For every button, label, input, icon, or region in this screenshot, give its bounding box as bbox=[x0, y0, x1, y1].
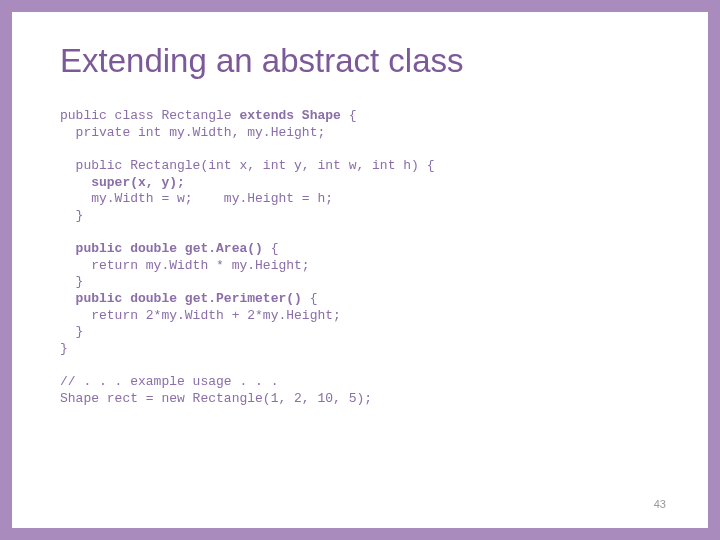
code-line: public class Rectangle bbox=[60, 108, 239, 123]
code-line: { bbox=[302, 291, 318, 306]
code-line: public Rectangle(int x, int y, int w, in… bbox=[60, 158, 434, 173]
code-line: { bbox=[341, 108, 357, 123]
code-line: private int my.Width, my.Height; bbox=[60, 125, 325, 140]
slide-title: Extending an abstract class bbox=[60, 42, 660, 80]
code-line bbox=[60, 241, 76, 256]
code-line: { bbox=[263, 241, 279, 256]
code-strong: public double get.Perimeter() bbox=[76, 291, 302, 306]
code-line: my.Width = w; my.Height = h; bbox=[60, 191, 333, 206]
code-line bbox=[60, 175, 91, 190]
code-line: } bbox=[60, 208, 83, 223]
code-strong: extends Shape bbox=[239, 108, 340, 123]
code-line: return my.Width * my.Height; bbox=[60, 258, 310, 273]
code-line: return 2*my.Width + 2*my.Height; bbox=[60, 308, 341, 323]
slide: Extending an abstract class public class… bbox=[0, 0, 720, 540]
code-line: } bbox=[60, 274, 83, 289]
code-line: } bbox=[60, 324, 83, 339]
code-line: } bbox=[60, 341, 68, 356]
code-line: // . . . example usage . . . bbox=[60, 374, 278, 389]
page-number: 43 bbox=[654, 498, 666, 510]
code-line: Shape rect = new Rectangle(1, 2, 10, 5); bbox=[60, 391, 372, 406]
code-line bbox=[60, 291, 76, 306]
code-block: public class Rectangle extends Shape { p… bbox=[60, 108, 660, 407]
code-strong: public double get.Area() bbox=[76, 241, 263, 256]
code-strong: super(x, y); bbox=[91, 175, 185, 190]
